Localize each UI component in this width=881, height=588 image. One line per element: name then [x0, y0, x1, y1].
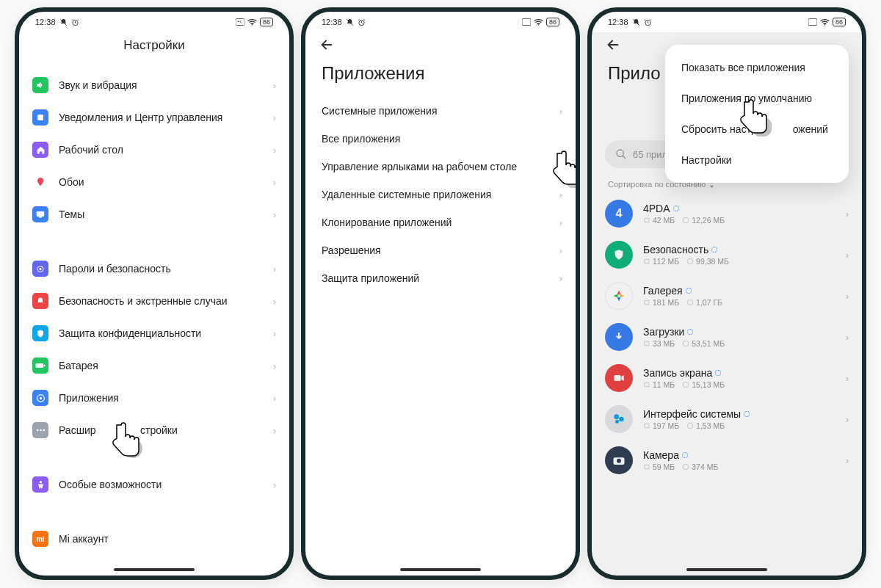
page-title: Настройки — [19, 32, 289, 62]
menu-settings[interactable]: Настройки — [665, 145, 849, 175]
item-privacy[interactable]: Защита конфиденциальности › — [19, 317, 289, 349]
item-clone-apps[interactable]: Клонирование приложений › — [305, 208, 576, 236]
chevron-right-icon: › — [273, 264, 276, 275]
status-bar: 12:38 86 — [592, 12, 862, 32]
arrow-left-icon — [319, 37, 335, 53]
status-time: 12:38 — [322, 18, 342, 26]
themes-icon — [32, 206, 48, 222]
chevron-right-icon: › — [273, 425, 276, 436]
hd-icon — [236, 18, 244, 26]
svg-point-12 — [39, 396, 41, 399]
battery-badge: 86 — [260, 18, 273, 26]
chevron-right-icon: › — [273, 360, 276, 371]
chevron-right-icon: › — [559, 245, 562, 256]
chevron-right-icon: › — [273, 177, 276, 188]
item-system-apps[interactable]: Системные приложения › — [305, 97, 576, 125]
item-passwords[interactable]: Пароли и безопасность › — [19, 253, 289, 285]
item-wallpaper[interactable]: Обои › — [19, 166, 289, 198]
svg-point-3 — [252, 23, 253, 25]
bell-off-icon — [346, 18, 354, 26]
bell-off-icon — [632, 18, 640, 26]
item-apps[interactable]: Приложения › — [19, 382, 289, 414]
svg-rect-25 — [808, 19, 817, 26]
svg-point-15 — [43, 429, 45, 432]
menu-default-apps[interactable]: Приложения по умолчанию — [665, 83, 849, 114]
accessibility-icon — [32, 476, 48, 493]
svg-point-14 — [40, 429, 42, 432]
emergency-icon — [32, 293, 48, 309]
item-shortcuts[interactable]: Управление ярлыками на рабочем столе — [305, 153, 576, 181]
context-menu: Показать все приложения Приложения по ум… — [665, 45, 849, 183]
apps-menu-content[interactable]: Приложения Системные приложения › Все пр… — [305, 32, 576, 576]
alarm-icon — [71, 18, 79, 26]
page-title: Приложения — [305, 57, 576, 97]
svg-rect-2 — [236, 19, 244, 26]
back-button[interactable] — [319, 37, 336, 54]
mi-icon: mi — [32, 531, 48, 547]
battery-badge: 86 — [546, 18, 559, 26]
item-desktop[interactable]: Рабочий стол › — [19, 134, 289, 166]
bell-off-icon — [59, 18, 68, 26]
chevron-right-icon: › — [273, 479, 276, 490]
chevron-right-icon: › — [559, 106, 562, 117]
phone-settings: 12:38 86 Настройки Звук и вибрация › Уве… — [15, 7, 294, 580]
item-themes[interactable]: Темы › — [19, 198, 289, 231]
wifi-icon — [534, 18, 543, 26]
wallpaper-icon — [32, 174, 48, 190]
svg-point-16 — [39, 481, 41, 483]
status-bar: 12:38 86 — [305, 12, 576, 32]
item-all-apps[interactable]: Все приложения — [305, 125, 576, 153]
lock-icon — [32, 261, 48, 277]
hd-icon — [522, 18, 531, 26]
item-mi-account[interactable]: mi Mi аккаунт — [19, 523, 289, 555]
battery-badge: 86 — [833, 18, 846, 26]
svg-point-8 — [40, 268, 42, 270]
chevron-right-icon: › — [273, 328, 276, 339]
chevron-right-icon: › — [273, 209, 276, 220]
home-icon — [32, 142, 48, 158]
item-emergency[interactable]: Безопасность и экстренные случаи › — [19, 285, 289, 317]
svg-rect-20 — [522, 19, 531, 26]
battery-icon — [32, 357, 48, 374]
svg-rect-10 — [44, 365, 46, 366]
alarm-icon — [644, 18, 652, 26]
hd-icon — [808, 18, 817, 26]
svg-point-13 — [36, 429, 38, 432]
svg-rect-4 — [37, 115, 43, 120]
apps-icon — [32, 390, 48, 406]
chevron-right-icon: › — [273, 80, 276, 91]
chevron-right-icon: › — [559, 217, 562, 228]
menu-show-all[interactable]: Показать все приложения — [665, 52, 849, 83]
item-battery[interactable]: Батарея › — [19, 349, 289, 382]
svg-rect-6 — [39, 217, 42, 218]
item-accessibility[interactable]: Особые возможности › — [19, 468, 289, 501]
svg-rect-9 — [36, 363, 44, 368]
svg-point-21 — [538, 23, 540, 25]
svg-point-26 — [824, 23, 826, 25]
item-advanced[interactable]: Расширенные настройки › — [19, 414, 289, 446]
phone-apps-list: 12:38 86 Прило Удаление — [587, 7, 866, 580]
status-bar: 12:38 86 — [19, 12, 289, 32]
item-removed-apps[interactable]: Удаленные системные приложения › — [305, 181, 576, 208]
chevron-right-icon: › — [273, 112, 276, 123]
item-permissions[interactable]: Разрешения › — [305, 236, 576, 264]
wifi-icon — [820, 18, 830, 26]
item-sound[interactable]: Звук и вибрация › — [19, 69, 289, 101]
settings-content[interactable]: Настройки Звук и вибрация › Уведомления … — [19, 32, 289, 576]
alarm-icon — [358, 18, 366, 26]
menu-reset[interactable]: Сбросить настройки прожений — [665, 114, 849, 145]
volume-icon — [32, 77, 48, 93]
status-time: 12:38 — [608, 18, 628, 26]
chevron-right-icon: › — [559, 189, 562, 200]
notification-icon — [32, 109, 48, 126]
phone-apps-menu: 12:38 86 Приложения Системные приложения… — [301, 7, 580, 580]
home-indicator[interactable] — [400, 568, 481, 571]
item-app-protection[interactable]: Защита приложений › — [305, 264, 576, 292]
status-time: 12:38 — [35, 18, 56, 26]
more-icon — [32, 422, 48, 438]
chevron-right-icon: › — [273, 296, 276, 307]
wifi-icon — [247, 18, 257, 26]
item-notifications[interactable]: Уведомления и Центр управления › — [19, 101, 289, 134]
home-indicator[interactable] — [114, 568, 195, 571]
shield-icon — [32, 325, 48, 341]
